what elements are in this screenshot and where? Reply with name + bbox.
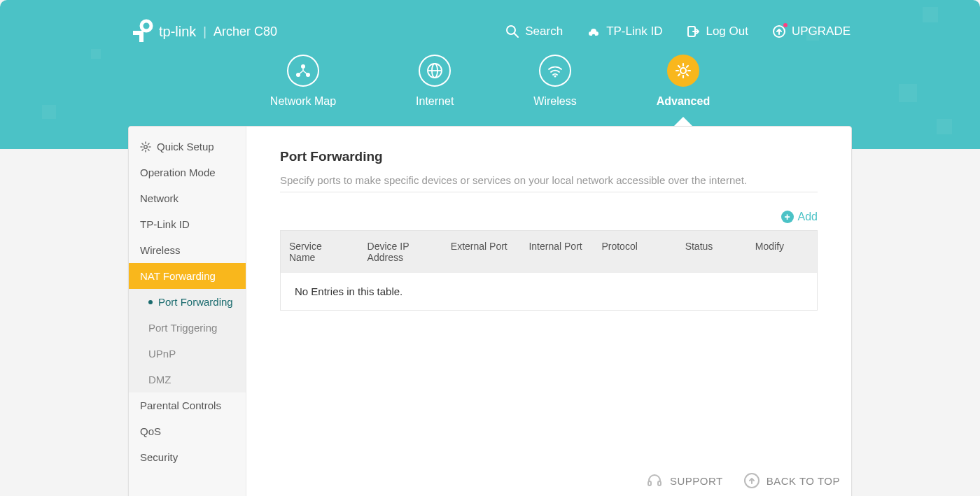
upgrade-link[interactable]: UPGRADE xyxy=(772,24,850,38)
page-title: Port Forwarding xyxy=(280,149,818,164)
add-row: + Add xyxy=(280,211,818,223)
svg-point-5 xyxy=(592,34,596,38)
sidebar-item-tplink-id[interactable]: TP-Link ID xyxy=(129,211,246,237)
add-label: Add xyxy=(798,211,818,223)
support-label: SUPPORT xyxy=(670,475,723,487)
tab-advanced-label: Advanced xyxy=(657,95,710,108)
svg-point-14 xyxy=(554,76,556,78)
col-status: Status xyxy=(677,231,747,273)
page-description: Specify ports to make specific devices o… xyxy=(280,174,818,186)
support-link[interactable]: SUPPORT xyxy=(646,472,723,489)
sidebar-item-qos[interactable]: QoS xyxy=(129,418,246,444)
port-forwarding-label: Port Forwarding xyxy=(158,296,233,308)
globe-icon xyxy=(426,62,444,80)
svg-rect-18 xyxy=(658,481,661,486)
qos-label: QoS xyxy=(140,425,161,437)
tplink-id-label: TP-Link ID xyxy=(606,24,662,38)
sidebar: Quick Setup Operation Mode Network TP-Li… xyxy=(129,127,246,496)
sidebar-item-wireless[interactable]: Wireless xyxy=(129,237,246,263)
svg-point-16 xyxy=(144,145,148,148)
upgrade-icon xyxy=(772,24,786,38)
col-protocol: Protocol xyxy=(593,231,676,273)
tplink-logo-icon xyxy=(130,18,156,45)
model-name: Archer C80 xyxy=(214,24,277,39)
svg-point-0 xyxy=(141,21,151,31)
svg-point-15 xyxy=(680,68,686,73)
add-button[interactable]: + Add xyxy=(781,211,818,223)
wifi-icon xyxy=(546,62,564,80)
gear-icon xyxy=(674,62,692,80)
main-panel: Quick Setup Operation Mode Network TP-Li… xyxy=(128,126,852,496)
headset-icon xyxy=(646,472,663,489)
col-internal-port: Internal Port xyxy=(520,231,593,273)
port-forwarding-table: Service Name Device IP Address External … xyxy=(280,230,818,311)
sidebar-sub-upnp[interactable]: UPnP xyxy=(129,341,246,367)
dmz-label: DMZ xyxy=(148,374,172,385)
tplink-id-sidebar-label: TP-Link ID xyxy=(140,218,190,230)
wireless-sidebar-label: Wireless xyxy=(140,244,181,256)
tab-network-map[interactable]: Network Map xyxy=(270,55,336,108)
tab-wireless-label: Wireless xyxy=(533,95,576,108)
security-label: Security xyxy=(140,451,178,463)
search-icon xyxy=(505,24,519,38)
sidebar-item-nat-forwarding[interactable]: NAT Forwarding xyxy=(129,263,246,289)
nav-tabs: Network Map Internet Wireless Advanced xyxy=(0,55,980,108)
sidebar-item-network[interactable]: Network xyxy=(129,185,246,211)
operation-mode-label: Operation Mode xyxy=(140,166,216,178)
col-service-name: Service Name xyxy=(281,231,359,273)
parental-controls-label: Parental Controls xyxy=(140,399,221,411)
col-external-port: External Port xyxy=(442,231,521,273)
sidebar-subitems: Port Forwarding Port Triggering UPnP DMZ xyxy=(129,289,246,392)
quick-setup-label: Quick Setup xyxy=(157,141,214,153)
logo-area: tp-link | Archer C80 xyxy=(130,18,277,45)
tab-advanced[interactable]: Advanced xyxy=(657,55,710,108)
topbar: tp-link | Archer C80 Search TP-Link ID L… xyxy=(0,0,980,49)
tab-wireless[interactable]: Wireless xyxy=(533,55,576,108)
svg-rect-2 xyxy=(139,31,144,42)
top-links: Search TP-Link ID Log Out UPGRADE xyxy=(505,24,850,38)
brand-text: tp-link xyxy=(159,24,196,40)
table-header: Service Name Device IP Address External … xyxy=(281,231,817,273)
content: Port Forwarding Specify ports to make sp… xyxy=(246,127,851,496)
logout-link[interactable]: Log Out xyxy=(686,24,748,38)
sidebar-sub-port-triggering[interactable]: Port Triggering xyxy=(129,315,246,341)
col-modify: Modify xyxy=(747,231,817,273)
upgrade-label: UPGRADE xyxy=(792,24,850,38)
sidebar-item-operation-mode[interactable]: Operation Mode xyxy=(129,160,246,185)
sidebar-item-security[interactable]: Security xyxy=(129,444,246,470)
sidebar-sub-port-forwarding[interactable]: Port Forwarding xyxy=(129,289,246,315)
back-to-top-link[interactable]: BACK TO TOP xyxy=(744,473,840,488)
network-label: Network xyxy=(140,192,178,204)
plus-icon: + xyxy=(781,211,794,223)
sidebar-item-parental-controls[interactable]: Parental Controls xyxy=(129,392,246,418)
sidebar-sub-dmz[interactable]: DMZ xyxy=(129,367,246,392)
tab-internet[interactable]: Internet xyxy=(416,55,454,108)
logout-icon xyxy=(686,24,700,38)
svg-point-3 xyxy=(507,26,515,34)
network-map-icon xyxy=(295,62,312,79)
cloud-user-icon xyxy=(587,24,601,38)
tab-internet-label: Internet xyxy=(416,95,454,108)
logout-label: Log Out xyxy=(706,24,748,38)
nat-forwarding-label: NAT Forwarding xyxy=(140,270,216,282)
upgrade-icon-wrap xyxy=(772,24,786,38)
svg-line-4 xyxy=(514,34,518,37)
svg-point-8 xyxy=(301,64,305,69)
brand: tp-link xyxy=(130,18,196,45)
search-link[interactable]: Search xyxy=(505,24,563,38)
sidebar-item-quick-setup[interactable]: Quick Setup xyxy=(129,134,246,160)
tplink-id-link[interactable]: TP-Link ID xyxy=(587,24,662,38)
arrow-up-icon xyxy=(744,473,760,488)
tab-network-map-label: Network Map xyxy=(270,95,336,108)
port-triggering-label: Port Triggering xyxy=(148,322,217,334)
brand-separator: | xyxy=(203,24,206,39)
search-label: Search xyxy=(525,24,563,38)
divider xyxy=(280,192,818,192)
svg-rect-17 xyxy=(648,481,651,486)
upnp-label: UPnP xyxy=(148,348,176,360)
footer: SUPPORT BACK TO TOP xyxy=(646,472,840,489)
table-empty-message: No Entries in this table. xyxy=(281,273,817,310)
gear-small-icon xyxy=(140,141,151,153)
col-device-ip: Device IP Address xyxy=(359,231,442,273)
back-to-top-label: BACK TO TOP xyxy=(766,475,840,487)
